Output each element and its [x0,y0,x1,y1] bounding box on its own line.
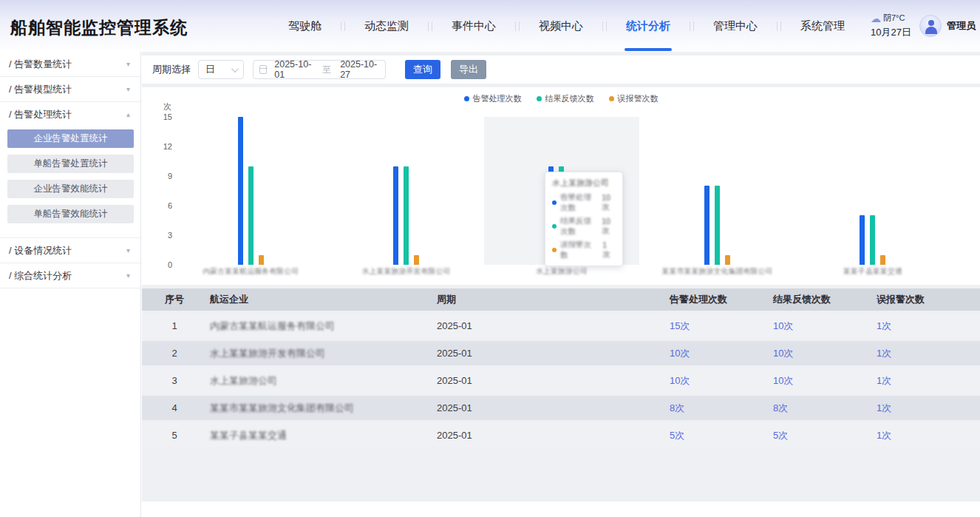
cloud-icon: ☁ [871,14,881,23]
false-alarm-count-link[interactable]: 1次 [877,320,891,331]
y-tick-label: 15 [142,112,172,121]
calendar-icon [259,65,267,74]
row-index: 3 [142,375,207,386]
sidebar-subitem-1[interactable]: 企业告警处置统计 [7,129,134,148]
sidebar-subitem-3[interactable]: 企业告警效能统计 [7,180,134,198]
nav-item-6[interactable]: 管理中心 [700,0,771,52]
chevron-down-icon: ▾ [126,60,130,68]
nav-item-2[interactable]: 动态监测 [351,0,422,52]
nav-item-3[interactable]: 事件中心 [438,0,509,52]
column-header: 航运企业 [207,293,432,306]
sidebar-item-label: / 告警模型统计 [9,83,72,96]
sidebar-item-label: / 告警处理统计 [9,108,72,121]
table-header: 序号航运企业周期告警处理次数结果反馈次数误报警次数 [142,288,980,311]
legend-item[interactable]: 误报警次数 [609,93,659,104]
y-tick-label: 12 [142,142,172,151]
bar [860,215,865,265]
bar [715,186,720,265]
user-menu[interactable]: 管理员 [919,15,976,37]
sidebar: / 告警数量统计▾/ 告警模型统计▾/ 告警处理统计▴企业告警处置统计单船告警处… [0,52,141,517]
bar-group-4[interactable] [639,117,794,265]
period-select[interactable]: 日 [198,60,244,79]
legend-label: 误报警次数 [618,93,659,104]
main-content: 周期选择 日 2025-10-01 至 2025-10-27 查询 导出 告警处… [142,52,980,517]
column-header: 序号 [142,293,207,306]
user-name: 管理员 [947,19,976,33]
footer-strip [142,501,980,517]
period-cell: 2025-01 [432,402,667,413]
bar [725,255,730,265]
y-tick-label: 9 [142,172,172,180]
query-button[interactable]: 查询 [405,60,440,79]
sidebar-divider [0,288,140,288]
user-avatar[interactable] [919,15,942,37]
sidebar-item-1[interactable]: / 告警数量统计▾ [0,52,140,76]
nav-item-7[interactable]: 系统管理 [787,0,858,52]
sidebar-item-5[interactable]: / 综合统计分析▾ [0,263,140,288]
period-cell: 2025-01 [432,348,667,359]
nav-divider [602,21,607,31]
column-header: 结果反馈次数 [770,293,874,306]
handled-count-link[interactable]: 15次 [670,320,690,331]
sidebar-item-2[interactable]: / 告警模型统计▾ [0,77,140,101]
x-axis-label: 水上某某旅游开发有限公司 [328,266,483,277]
legend-dot [537,96,542,101]
feedback-count-link[interactable]: 10次 [773,375,793,386]
column-header: 误报警次数 [874,293,980,306]
handled-count-link[interactable]: 10次 [670,375,690,386]
nav-item-4[interactable]: 视频中心 [525,0,596,52]
table-row: 3水上某旅游公司2025-0110次10次1次 [142,368,980,393]
nav-item-1[interactable]: 驾驶舱 [275,0,335,52]
handled-count-link[interactable]: 5次 [670,430,684,441]
bar-group-2[interactable] [328,117,483,265]
weather-date: 10月27日 [871,26,919,39]
row-index: 2 [142,348,207,359]
tooltip-series-dot [552,224,557,229]
column-header: 周期 [432,293,667,306]
x-axis-label: 内蒙古某某航运服务有限公司 [173,266,328,277]
tooltip-series-value: 1 次 [602,240,616,260]
feedback-count-link[interactable]: 8次 [773,402,788,413]
false-alarm-count-link[interactable]: 1次 [877,375,891,386]
bar [393,166,398,265]
legend-dot [609,96,614,101]
tooltip-row: 告警处理次数10 次 [552,192,616,213]
chevron-down-icon: ▾ [126,85,130,93]
period-cell: 2025-01 [432,375,667,386]
sidebar-subitem-4[interactable]: 单船告警效能统计 [7,205,134,223]
nav-divider [777,21,781,31]
nav-divider [515,21,520,31]
sidebar-item-4[interactable]: / 设备情况统计▾ [0,238,140,263]
company-name: 内蒙古某某航运服务有限公司 [207,320,432,333]
sidebar-item-label: / 告警数量统计 [9,58,72,71]
false-alarm-count-link[interactable]: 1次 [877,430,891,441]
export-button[interactable]: 导出 [451,60,486,79]
bar-group-5[interactable] [795,117,950,265]
main-nav: 驾驶舱动态监测事件中心视频中心统计分析管理中心系统管理 [275,0,858,52]
legend-item[interactable]: 结果反馈次数 [537,93,594,104]
nav-divider [690,21,694,31]
sidebar-subitem-2[interactable]: 单船告警处置统计 [7,155,134,173]
handled-count-link[interactable]: 8次 [670,402,684,413]
date-range-input[interactable]: 2025-10-01 至 2025-10-27 [253,60,386,79]
date-end-value: 2025-10-27 [340,59,379,80]
feedback-count-link[interactable]: 10次 [773,348,793,359]
bar-chart: 告警处理次数结果反馈次数误报警次数 次 15129630 内蒙古某某航运服务有限… [142,87,980,285]
chevron-down-icon [231,65,239,72]
false-alarm-count-link[interactable]: 1次 [877,402,891,413]
handled-count-link[interactable]: 10次 [670,348,690,359]
tooltip-series-value: 10 次 [602,217,616,236]
tooltip-series-dot [552,200,557,205]
nav-item-5[interactable]: 统计分析 [613,0,684,52]
feedback-count-link[interactable]: 10次 [773,320,793,331]
sidebar-item-3[interactable]: / 告警处理统计▴ [0,102,140,126]
column-header: 告警处理次数 [667,293,770,306]
chevron-down-icon: ▾ [126,246,130,254]
feedback-count-link[interactable]: 5次 [773,430,788,441]
false-alarm-count-link[interactable]: 1次 [877,348,891,359]
bar-group-1[interactable] [173,117,328,265]
y-axis-unit: 次 [154,101,171,112]
legend-item[interactable]: 告警处理次数 [464,93,522,104]
nav-divider [341,21,345,31]
bar [414,255,419,265]
